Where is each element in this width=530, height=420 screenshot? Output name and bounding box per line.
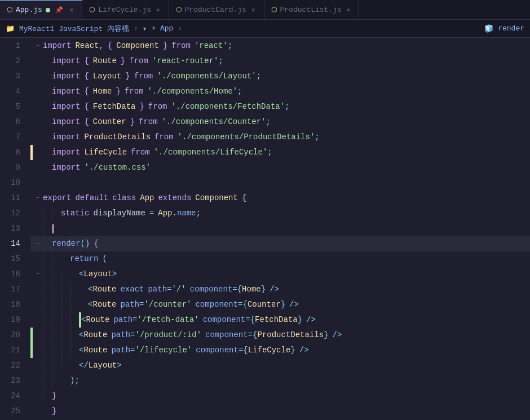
line-content-25: } xyxy=(52,404,530,419)
code-line-3: import{Layout}from'./components/Layout'; xyxy=(30,69,530,84)
line-content-8: importLifeCyclefrom'./components/LifeCyc… xyxy=(52,145,530,160)
tab-productcard-js[interactable]: ⬡ ProductCard.js ✕ xyxy=(169,0,264,19)
code-line-24: } xyxy=(30,388,530,404)
line-numbers: 1 2 3 4 5 6 7 8 9 10 11 12 13 14 15 16 1… xyxy=(0,38,28,420)
line-content-21: <Routepath='/lifecycle'component={LifeCy… xyxy=(79,343,530,358)
editor: 1 2 3 4 5 6 7 8 9 10 11 12 13 14 15 16 1… xyxy=(0,38,530,420)
code-line-12: staticdisplayName=App.name; xyxy=(30,206,530,221)
line-content-7: importProductDetailsfrom'./components/Pr… xyxy=(52,130,530,145)
code-line-10 xyxy=(30,175,530,191)
gutter-13 xyxy=(30,221,33,236)
gutter-9 xyxy=(30,160,33,175)
line-content-6: import{Counter}from'./components/Counter… xyxy=(52,114,530,130)
line-content-24: } xyxy=(52,388,530,404)
tab-close-app[interactable]: ✕ xyxy=(68,6,76,14)
line-content-23: ); xyxy=(70,373,530,388)
tab-app-js[interactable]: ⬡ App.js 📌 ✕ xyxy=(0,0,82,19)
code-line-8: importLifeCyclefrom'./components/LifeCyc… xyxy=(30,145,530,160)
line-content-5: import{FetchData}from'./components/Fetch… xyxy=(52,99,530,114)
gutter-12 xyxy=(30,206,33,221)
tab-icon-productlist: ⬡ xyxy=(271,6,277,14)
code-line-13 xyxy=(30,221,530,236)
tab-modified-dot-app xyxy=(46,8,50,12)
tab-productlist-js[interactable]: ⬡ ProductList.js ✕ xyxy=(264,0,360,19)
fold-16[interactable]: − xyxy=(33,267,43,282)
tab-label-productcard: ProductCard.js xyxy=(185,6,246,14)
tab-close-productcard[interactable]: ✕ xyxy=(250,6,257,14)
symbol-icon: ⚡ xyxy=(152,24,156,33)
tab-label-productlist: ProductList.js xyxy=(280,6,342,14)
tab-lifecycle-js[interactable]: ⬡ LifeCycle.js ✕ xyxy=(82,0,169,19)
breadcrumb-dropdown-icon: ▾ xyxy=(143,24,147,33)
gutter-24 xyxy=(30,388,33,404)
code-line-11: − exportdefaultclassAppextendsComponent{ xyxy=(30,191,530,206)
gutter-6 xyxy=(30,114,33,130)
line-content-11: exportdefaultclassAppextendsComponent{ xyxy=(43,191,530,206)
gutter-18 xyxy=(30,297,33,312)
line-content-19: <Routepath='/fetch-data'component={Fetch… xyxy=(81,312,530,328)
gutter-8 xyxy=(30,145,33,160)
gutter-15 xyxy=(30,251,33,267)
code-line-20: <Routepath='/product/:id'component={Prod… xyxy=(30,328,530,343)
gutter-20 xyxy=(30,328,33,343)
tab-close-productlist[interactable]: ✕ xyxy=(345,6,352,14)
code-line-2: import{Route}from'react-router'; xyxy=(30,54,530,69)
line-content-1: importReact,{Component}from'react'; xyxy=(43,38,530,54)
gutter-22 xyxy=(30,358,33,373)
breadcrumb-right: 🧊 render xyxy=(484,24,524,33)
breadcrumb-cube-icon: 🧊 xyxy=(484,24,493,33)
tab-close-lifecycle[interactable]: ✕ xyxy=(154,6,162,14)
code-line-19: <Routepath='/fetch-data'component={Fetch… xyxy=(30,312,530,328)
code-line-21: <Routepath='/lifecycle'component={LifeCy… xyxy=(30,343,530,358)
tab-bar: ⬡ App.js 📌 ✕ ⬡ LifeCycle.js ✕ ⬡ ProductC… xyxy=(0,0,530,20)
gutter-3 xyxy=(30,69,33,84)
gutter-2 xyxy=(30,54,33,69)
line-content-18: <Routepath='/counter'component={Counter}… xyxy=(88,297,530,312)
tab-label-app: App.js xyxy=(16,6,42,14)
fold-1[interactable]: − xyxy=(33,38,43,54)
breadcrumb-sep2: › xyxy=(178,24,182,33)
gutter-5 xyxy=(30,99,33,114)
code-line-4: import{Home}from'./components/Home'; xyxy=(30,84,530,99)
code-area[interactable]: − importReact,{Component}from'react'; im… xyxy=(28,38,530,420)
code-line-23: ); xyxy=(30,373,530,388)
line-content-15: return( xyxy=(70,251,530,267)
line-content-14: render(){ xyxy=(52,236,530,251)
breadcrumb-method[interactable]: render xyxy=(498,24,524,33)
code-line-6: import{Counter}from'./components/Counter… xyxy=(30,114,530,130)
gutter-21 xyxy=(30,343,33,358)
gutter-17 xyxy=(30,282,33,297)
code-line-1: − importReact,{Component}from'react'; xyxy=(30,38,530,54)
code-line-9: import'./custom.css' xyxy=(30,160,530,175)
fold-14[interactable]: − xyxy=(33,236,43,251)
code-line-18: <Routepath='/counter'component={Counter}… xyxy=(30,297,530,312)
line-content-17: <Routeexactpath='/'component={Home}/> xyxy=(88,282,530,297)
tab-icon-app: ⬡ xyxy=(7,6,12,14)
line-content-10 xyxy=(43,175,530,191)
gutter-19 xyxy=(30,312,33,328)
line-content-13 xyxy=(52,224,530,233)
breadcrumb-project[interactable]: MyReact1 JavaScript 內容檔 xyxy=(19,24,129,34)
fold-11[interactable]: − xyxy=(33,191,43,206)
gutter-4 xyxy=(30,84,33,99)
line-content-22: </Layout> xyxy=(79,358,530,373)
tab-icon-productcard: ⬡ xyxy=(176,6,182,14)
tab-label-lifecycle: LifeCycle.js xyxy=(98,6,151,14)
code-line-25: } xyxy=(30,404,530,419)
line-content-9: import'./custom.css' xyxy=(52,160,530,175)
line-content-12: staticdisplayName=App.name; xyxy=(61,206,530,221)
code-line-16: − <Layout> xyxy=(30,267,530,282)
line-content-20: <Routepath='/product/:id'component={Prod… xyxy=(79,328,530,343)
code-line-7: importProductDetailsfrom'./components/Pr… xyxy=(30,130,530,145)
tab-icon-lifecycle: ⬡ xyxy=(89,6,95,14)
line-content-3: import{Layout}from'./components/Layout'; xyxy=(52,69,530,84)
gutter-23 xyxy=(30,373,33,388)
code-line-14: − render(){ xyxy=(30,236,530,251)
tab-pin-app[interactable]: 📌 xyxy=(54,6,65,14)
code-line-5: import{FetchData}from'./components/Fetch… xyxy=(30,99,530,114)
line-content-2: import{Route}from'react-router'; xyxy=(52,54,530,69)
code-line-22: </Layout> xyxy=(30,358,530,373)
line-content-4: import{Home}from'./components/Home'; xyxy=(52,84,530,99)
breadcrumb-symbol[interactable]: App xyxy=(160,24,173,33)
breadcrumb-sep1: › xyxy=(134,24,138,33)
